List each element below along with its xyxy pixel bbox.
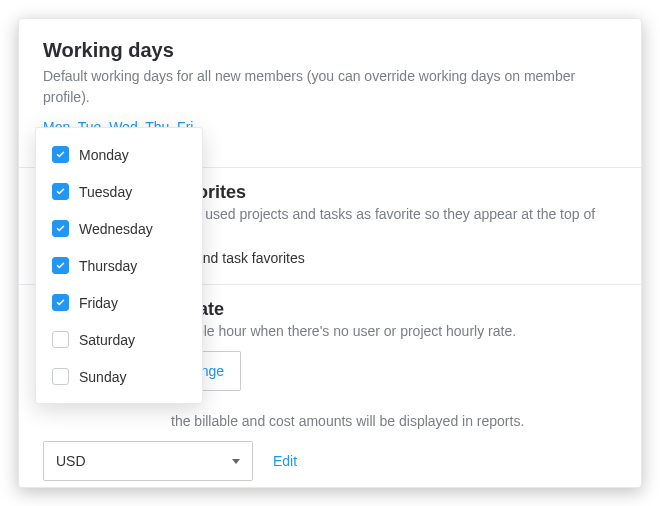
checkbox-icon	[52, 220, 69, 237]
favorites-title: favorites	[171, 182, 617, 203]
currency-select[interactable]: USD	[43, 441, 253, 481]
billable-rate-description: billable hour when there's no user or pr…	[171, 323, 617, 339]
working-day-label: Wednesday	[79, 221, 153, 237]
checkbox-icon	[52, 146, 69, 163]
checkbox-icon	[52, 331, 69, 348]
currency-edit-link[interactable]: Edit	[273, 453, 297, 469]
settings-card: Working days Default working days for al…	[18, 18, 642, 488]
working-days-description: Default working days for all new members…	[43, 66, 617, 108]
working-day-label: Sunday	[79, 369, 126, 385]
working-days-title: Working days	[43, 39, 617, 62]
working-day-option[interactable]: Saturday	[36, 321, 202, 358]
working-day-option[interactable]: Wednesday	[36, 210, 202, 247]
favorites-checkbox-label: and task favorites	[195, 250, 305, 266]
working-day-label: Thursday	[79, 258, 137, 274]
working-day-option[interactable]: Thursday	[36, 247, 202, 284]
working-day-option[interactable]: Tuesday	[36, 173, 202, 210]
working-day-label: Tuesday	[79, 184, 132, 200]
favorites-description: most used projects and tasks as favorite…	[171, 206, 617, 238]
checkbox-icon	[52, 294, 69, 311]
currency-description: the billable and cost amounts will be di…	[171, 413, 617, 429]
checkbox-icon	[52, 368, 69, 385]
chevron-down-icon	[232, 459, 240, 464]
working-day-label: Monday	[79, 147, 129, 163]
checkbox-icon	[52, 183, 69, 200]
currency-selected-value: USD	[56, 453, 86, 469]
working-day-label: Saturday	[79, 332, 135, 348]
billable-rate-title: le rate	[171, 299, 617, 320]
working-day-option[interactable]: Monday	[36, 136, 202, 173]
working-day-label: Friday	[79, 295, 118, 311]
working-days-dropdown: MondayTuesdayWednesdayThursdayFridaySatu…	[35, 127, 203, 404]
working-day-option[interactable]: Friday	[36, 284, 202, 321]
currency-section: the billable and cost amounts will be di…	[43, 413, 617, 429]
working-day-option[interactable]: Sunday	[36, 358, 202, 395]
checkbox-icon	[52, 257, 69, 274]
